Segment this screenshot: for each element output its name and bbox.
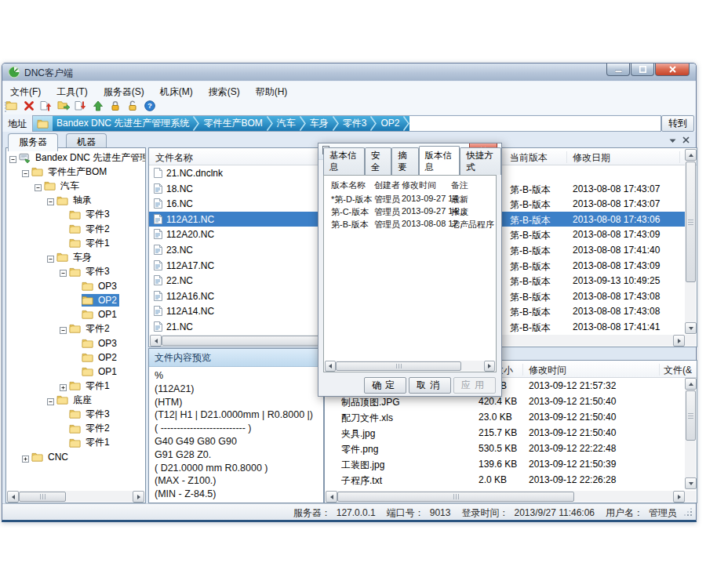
tab-server[interactable]: 服务器 xyxy=(8,133,58,151)
toolbar-grip[interactable] xyxy=(5,102,9,112)
close-button[interactable] xyxy=(655,64,690,76)
address-box[interactable]: Bandex DNC 先进生产管理系统零件生产BOM汽车车身零件3OP2 xyxy=(32,115,661,132)
panel-close-icon[interactable] xyxy=(682,135,690,146)
menu-item[interactable]: 机床(M) xyxy=(152,82,201,99)
breadcrumb-item[interactable]: Bandex DNC 先进生产管理系统 xyxy=(53,116,193,131)
column-header-name[interactable]: 文件名称 xyxy=(155,151,193,165)
menu-item[interactable]: 搜索(S) xyxy=(201,82,248,99)
scroll-left-button[interactable] xyxy=(325,361,336,372)
breadcrumb-item[interactable]: OP2 xyxy=(377,116,403,131)
apply-button[interactable]: 应用 xyxy=(453,377,496,394)
scroll-down-button[interactable] xyxy=(685,477,697,489)
related-file-row[interactable]: 夹具.jpg215.7 KB2013-09-12 21:50:40 xyxy=(325,425,684,441)
tree-expander[interactable] xyxy=(22,169,29,176)
scroll-thumb[interactable] xyxy=(686,162,696,282)
scroll-left-button[interactable] xyxy=(150,335,162,347)
scroll-right-button[interactable] xyxy=(673,491,685,503)
tree-item[interactable]: 零件1 xyxy=(6,379,145,393)
delete-icon[interactable] xyxy=(20,100,37,114)
column-header-mtime[interactable]: 修改时间 xyxy=(402,180,436,191)
tree-expander[interactable] xyxy=(60,383,67,390)
menu-item[interactable]: 文件(F) xyxy=(2,82,49,99)
tree-item[interactable]: Bandex DNC 先进生产管理系统 xyxy=(6,151,145,165)
scroll-up-button[interactable] xyxy=(685,378,697,390)
tree-expander[interactable] xyxy=(47,397,54,404)
dialog-tab[interactable]: 基本信息 xyxy=(323,147,365,175)
title-bar[interactable]: DNC客户端 xyxy=(2,64,696,81)
tree-item[interactable]: OP2 xyxy=(6,350,145,365)
minimize-button[interactable] xyxy=(606,64,630,76)
column-header-mtime[interactable]: 修改时间 xyxy=(529,364,566,377)
menu-item[interactable]: 工具(T) xyxy=(49,82,95,99)
column-header-date[interactable]: 修改日期 xyxy=(573,151,610,165)
resize-grip[interactable] xyxy=(684,508,692,516)
scroll-right-button[interactable] xyxy=(484,361,495,372)
tree-item[interactable]: 零件2 xyxy=(6,422,145,436)
download-file-icon[interactable] xyxy=(72,100,89,114)
dialog-tab[interactable]: 版本信息 xyxy=(419,146,460,175)
tree-expander[interactable] xyxy=(60,268,67,275)
breadcrumb-item[interactable]: 车身 xyxy=(306,116,333,131)
related-file-row[interactable]: 工装图.jpg139.6 KB2013-09-12 21:50:39 xyxy=(325,456,684,472)
tree-expander[interactable] xyxy=(47,197,54,204)
tree-h-scrollbar[interactable] xyxy=(7,491,144,502)
dialog-tab[interactable]: 快捷方式 xyxy=(460,147,501,175)
tree-item[interactable]: 零件生产BOM xyxy=(6,165,145,179)
related-file-row[interactable]: 子程序.txt2.0 KB2013-09-12 22:26:28 xyxy=(325,472,684,488)
scroll-thumb[interactable] xyxy=(19,492,66,502)
menu-item[interactable]: 服务器(S) xyxy=(96,82,152,99)
tree-expander[interactable] xyxy=(9,154,16,162)
tree-item[interactable]: OP1 xyxy=(6,307,145,321)
dialog-tab[interactable]: 摘要 xyxy=(391,147,418,175)
dialog-tab[interactable]: 安全 xyxy=(365,147,391,175)
scroll-left-button[interactable] xyxy=(7,491,19,503)
version-row[interactable]: 第-C-版本管理员2013-09-27 14:...报废 xyxy=(324,206,496,219)
tree-item[interactable]: 零件3 xyxy=(6,265,145,279)
tree-item[interactable]: OP2 xyxy=(6,293,145,307)
send-folder-icon[interactable] xyxy=(55,100,71,114)
related-h-scrollbar[interactable] xyxy=(326,491,685,502)
column-header-note[interactable]: 备注 xyxy=(451,180,468,191)
related-v-scrollbar[interactable] xyxy=(685,378,696,489)
tree-item[interactable]: 零件3 xyxy=(6,407,145,421)
related-file-row[interactable]: 零件.png530.5 KB2013-09-12 22:22:48 xyxy=(325,441,684,456)
tree-item[interactable]: 零件3 xyxy=(6,208,145,222)
file-list-v-scrollbar[interactable] xyxy=(685,149,696,334)
tree-item[interactable]: 零件1 xyxy=(6,236,145,250)
maximize-button[interactable] xyxy=(631,64,654,76)
column-header-version[interactable]: 当前版本 xyxy=(510,151,548,165)
unlock-icon[interactable] xyxy=(124,100,140,114)
up-arrow-icon[interactable] xyxy=(89,100,106,114)
breadcrumb-item[interactable]: 零件生产BOM xyxy=(199,116,266,131)
upload-file-icon[interactable] xyxy=(38,100,54,114)
column-header-creator[interactable]: 创建者 xyxy=(374,180,400,191)
breadcrumb-item[interactable]: 零件3 xyxy=(339,116,371,131)
lock-icon[interactable] xyxy=(107,100,123,114)
tree-item[interactable]: 零件2 xyxy=(6,222,145,236)
tree-item[interactable]: 底座 xyxy=(6,393,145,407)
dialog-h-scrollbar[interactable] xyxy=(325,361,495,371)
tree-item[interactable]: 车身 xyxy=(6,250,145,264)
ok-button[interactable]: 确定 xyxy=(364,377,406,394)
scroll-right-button[interactable] xyxy=(133,491,144,503)
tree-item[interactable]: OP1 xyxy=(6,365,145,379)
version-row[interactable]: 第-B-版本管理员2013-08-08 17:...老产品程序 xyxy=(324,219,496,231)
cancel-button[interactable]: 取消 xyxy=(409,377,451,394)
related-file-row[interactable]: 配刀文件.xls23.0 KB2013-09-12 21:50:40 xyxy=(325,409,684,425)
breadcrumb-item[interactable]: 汽车 xyxy=(273,116,300,131)
go-button[interactable]: 转到 xyxy=(661,115,694,132)
tree-expander[interactable] xyxy=(60,325,67,332)
scroll-thumb[interactable] xyxy=(337,492,574,502)
tree-item[interactable]: CNC xyxy=(6,450,145,464)
scroll-thumb[interactable] xyxy=(686,390,696,441)
tree-item[interactable]: 汽车 xyxy=(6,179,145,193)
tree-item[interactable]: OP3 xyxy=(6,336,145,350)
version-row[interactable]: *第-D-版本管理员2013-09-27 14:...最新 xyxy=(324,194,496,206)
scroll-left-button[interactable] xyxy=(326,491,337,503)
tree-expander[interactable] xyxy=(35,183,42,190)
menu-item[interactable]: 帮助(H) xyxy=(248,82,296,99)
tree-item[interactable]: 零件2 xyxy=(6,321,145,336)
column-header-version-name[interactable]: 版本名称 xyxy=(331,180,366,191)
tree-expander[interactable] xyxy=(22,454,29,461)
tree-item[interactable]: 零件1 xyxy=(6,436,145,450)
